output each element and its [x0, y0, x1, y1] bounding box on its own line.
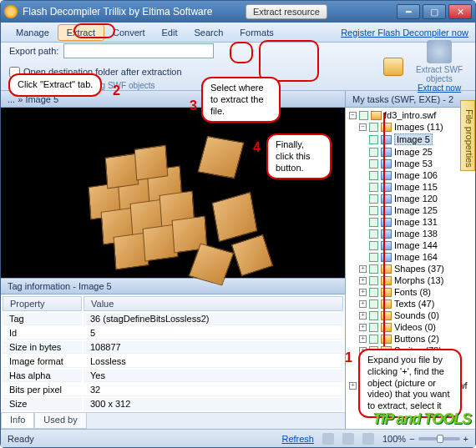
title-bar: Flash Decompiler Trillix by Eltima Softw…: [1, 1, 475, 23]
annotation-num-2: 2: [113, 83, 120, 98]
expand-icon: +: [359, 300, 367, 308]
refresh-link[interactable]: Refresh: [281, 434, 314, 444]
callout-3: Finally, click this button.: [266, 133, 332, 179]
preview-image: [56, 101, 290, 284]
tree-node-image: Image 25: [349, 146, 472, 158]
tag-tabs: Info Used by: [1, 412, 345, 429]
menu-search[interactable]: Search: [186, 25, 232, 40]
callout-4: Expand you file by clicking '+', find th…: [358, 349, 462, 418]
tree-node-image: Image 125: [349, 204, 472, 216]
zoom-out-icon[interactable]: −: [409, 434, 414, 444]
annotation-num-3: 3: [190, 98, 197, 113]
window-title: Flash Decompiler Trillix by Eltima Softw…: [23, 6, 246, 18]
tree-node-group: +Videos (0): [349, 321, 472, 333]
status-icon[interactable]: [322, 433, 334, 445]
tree-node-image: Image 106: [349, 169, 472, 181]
export-path-label: Export path:: [9, 46, 58, 56]
minimize-button[interactable]: ━: [397, 4, 420, 19]
tab-used-by[interactable]: Used by: [34, 413, 86, 429]
tree-node-images: −Images (11): [349, 121, 472, 133]
tree-node-group: +Sounds (0): [349, 310, 472, 321]
annotation-box: [230, 42, 253, 63]
expand-icon: +: [359, 289, 367, 296]
extract-now-link[interactable]: Extract now: [412, 83, 467, 93]
register-link[interactable]: Register Flash Decompiler now: [341, 28, 468, 38]
tree-node-group: +Fonts (8): [349, 286, 472, 298]
col-value[interactable]: Value: [84, 296, 343, 311]
extract-resource-button[interactable]: Extract resource: [246, 4, 327, 19]
collapse-icon: −: [349, 112, 357, 119]
tree-node-group: +Texts (47): [349, 298, 472, 310]
zoom-slider[interactable]: [418, 437, 460, 440]
tag-table: PropertyValue Tag36 (stagDefineBitsLossl…: [1, 294, 345, 412]
status-bar: Ready Refresh 100% − +: [1, 429, 475, 447]
col-property[interactable]: Property: [3, 296, 82, 311]
tree-node-group: +Buttons (2): [349, 333, 472, 345]
tree-node-image: Image 144: [349, 239, 472, 251]
status-icon[interactable]: [362, 433, 374, 445]
app-icon: [4, 5, 18, 18]
status-ready: Ready: [8, 434, 34, 444]
extract-swf-icon: [427, 40, 452, 63]
export-path-input[interactable]: [63, 43, 214, 58]
annotation-num-1: 1: [345, 350, 352, 365]
tasks-header: My tasks (SWF, EXE) - 2: [346, 91, 475, 108]
annotation-num-4: 4: [253, 140, 261, 155]
tree-node-image: Image 53: [349, 158, 472, 169]
tree-node-root1: −fd3_intro.swf: [349, 109, 472, 121]
callout-2: Select where to extract the file.: [201, 77, 281, 123]
tree-node-group: +Shapes (37): [349, 263, 472, 274]
annotation-box: [73, 23, 115, 38]
expand-icon: +: [349, 382, 357, 390]
menu-edit[interactable]: Edit: [154, 25, 186, 40]
expand-icon: +: [359, 277, 367, 284]
annotation-line: [383, 113, 385, 346]
close-button[interactable]: ✕: [448, 4, 472, 19]
maximize-button[interactable]: ▢: [423, 4, 446, 19]
callout-1: Click "Extract" tab.: [8, 73, 102, 97]
expand-icon: +: [359, 335, 367, 343]
zoom-in-icon[interactable]: +: [463, 434, 468, 444]
menu-formats[interactable]: Formats: [231, 25, 281, 40]
zoom-control[interactable]: 100% − +: [382, 434, 468, 444]
extract-swf-button[interactable]: Extract SWF objects Extract now: [412, 40, 467, 93]
menu-manage[interactable]: Manage: [8, 25, 58, 40]
tree-node-group: +Morphs (13): [349, 274, 472, 286]
tree-node-image: Image 120: [349, 193, 472, 204]
expand-icon: +: [359, 265, 367, 273]
expand-icon: +: [359, 324, 367, 331]
menu-bar: Manage Extract Convert Edit Search Forma…: [1, 23, 475, 43]
tree-node-image: Image 138: [349, 228, 472, 239]
tree-node-image: Image 115: [349, 181, 472, 193]
browse-folder-button[interactable]: [383, 58, 403, 76]
tree-node-image: Image 164: [349, 251, 472, 263]
annotation-box: [259, 40, 319, 82]
expand-icon: +: [359, 312, 367, 320]
tree-node-image: Image 131: [349, 216, 472, 228]
status-icon[interactable]: [342, 433, 354, 445]
tab-info[interactable]: Info: [1, 413, 34, 429]
collapse-icon: −: [359, 123, 367, 131]
file-properties-tab[interactable]: File properties: [460, 100, 475, 171]
tree-node-image: Image 5: [349, 133, 472, 146]
